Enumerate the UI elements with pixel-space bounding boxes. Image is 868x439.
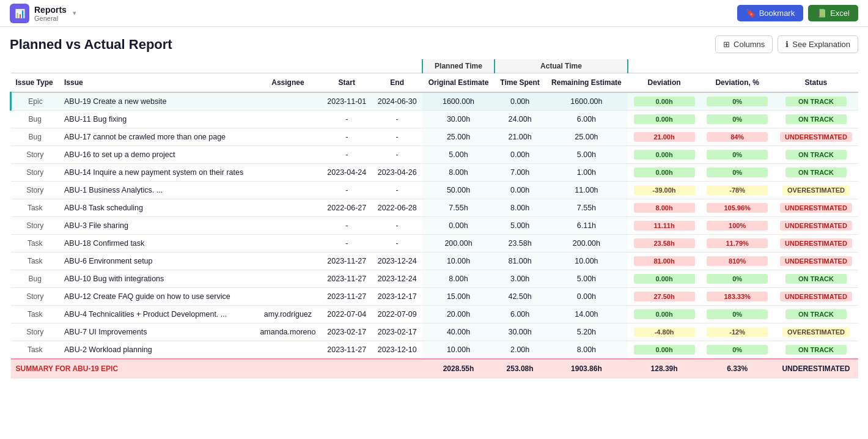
cell-time-spent: 0.00h [495, 182, 545, 199]
cell-time-spent: 6.00h [495, 306, 545, 323]
cell-start: 2023-11-27 [322, 341, 372, 360]
cell-time-spent: 2.00h [495, 341, 545, 360]
table-row: BugABU-11 Bug fixing--30.00h24.00h6.00h0… [11, 111, 859, 128]
col-original-estimate: Original Estimate [422, 73, 495, 93]
cell-start: 2022-06-27 [322, 199, 372, 217]
cell-deviation-pct: 0% [701, 306, 774, 323]
cell-remaining-estimate: 1.00h [545, 164, 628, 182]
empty-group-header [11, 59, 322, 73]
page-header: Planned vs Actual Report ⊞ Columns ℹ See… [0, 27, 868, 59]
columns-button[interactable]: ⊞ Columns [715, 35, 773, 53]
cell-assignee [254, 128, 322, 146]
col-remaining-estimate: Remaining Estimate [545, 73, 628, 93]
cell-deviation-pct: -12% [701, 323, 774, 341]
summary-original: 2028.55h [422, 359, 495, 378]
excel-label: Excel [830, 9, 850, 18]
breadcrumb: Reports General [34, 5, 67, 22]
cell-original-estimate: 50.00h [422, 182, 495, 199]
excel-button[interactable]: 📗 Excel [808, 5, 858, 21]
page-title: Planned vs Actual Report [10, 37, 172, 53]
actual-time-group: Actual Time [495, 59, 628, 73]
col-assignee: Assignee [254, 73, 322, 93]
cell-deviation-pct: 0% [701, 146, 774, 164]
summary-remaining: 1903.86h [545, 359, 628, 378]
columns-label: Columns [734, 40, 765, 49]
cell-time-spent: 24.00h [495, 111, 545, 128]
cell-issue: ABU-12 Create FAQ guide on how to use se… [59, 288, 254, 306]
breadcrumb-general: General [34, 15, 67, 22]
cell-issue: ABU-1 Business Analytics. ... [59, 182, 254, 199]
bookmark-icon: 🔖 [746, 9, 756, 18]
cell-status: ON TRACK [774, 111, 858, 128]
cell-issue-type: Task [11, 253, 60, 270]
col-issue-type: Issue Type [11, 73, 60, 93]
cell-assignee [254, 164, 322, 182]
cell-start: - [322, 128, 372, 146]
cell-original-estimate: 40.00h [422, 323, 495, 341]
cell-issue-type: Story [11, 217, 60, 235]
cell-remaining-estimate: 1600.00h [545, 92, 628, 111]
cell-assignee [254, 270, 322, 288]
cell-issue: ABU-11 Bug fixing [59, 111, 254, 128]
cell-deviation: -4.80h [628, 323, 701, 341]
cell-time-spent: 3.00h [495, 270, 545, 288]
cell-status: UNDERESTIMATED [774, 235, 858, 253]
cell-deviation: 0.00h [628, 111, 701, 128]
cell-end: 2023-12-24 [372, 270, 422, 288]
cell-deviation: 11.11h [628, 217, 701, 235]
cell-time-spent: 0.00h [495, 92, 545, 111]
cell-start: 2023-11-27 [322, 288, 372, 306]
cell-remaining-estimate: 8.00h [545, 341, 628, 360]
cell-deviation: -39.00h [628, 182, 701, 199]
cell-status: OVERESTIMATED [774, 323, 858, 341]
col-status: Status [774, 73, 858, 93]
cell-status: UNDERESTIMATED [774, 128, 858, 146]
cell-remaining-estimate: 14.00h [545, 306, 628, 323]
summary-row: SUMMARY FOR ABU-19 EPIC2028.55h253.08h19… [11, 359, 859, 378]
cell-deviation: 0.00h [628, 306, 701, 323]
group-header-row: Planned Time Actual Time [11, 59, 859, 73]
cell-end: 2024-06-30 [372, 92, 422, 111]
cell-deviation: 0.00h [628, 146, 701, 164]
cell-remaining-estimate: 0.00h [545, 288, 628, 306]
cell-original-estimate: 200.00h [422, 235, 495, 253]
report-table-wrapper: Planned Time Actual Time Issue Type Issu… [0, 59, 868, 388]
cell-issue-type: Task [11, 235, 60, 253]
cell-deviation: 0.00h [628, 164, 701, 182]
cell-deviation: 0.00h [628, 341, 701, 360]
col-header-row: Issue Type Issue Assignee Start End Orig… [11, 73, 859, 93]
cell-status: UNDERESTIMATED [774, 199, 858, 217]
cell-assignee [254, 111, 322, 128]
table-row: EpicABU-19 Create a new website2023-11-0… [11, 92, 859, 111]
table-row: TaskABU-8 Task scheduling2022-06-272022-… [11, 199, 859, 217]
cell-deviation: 0.00h [628, 270, 701, 288]
cell-end: 2023-12-24 [372, 253, 422, 270]
cell-issue: ABU-6 Environment setup [59, 253, 254, 270]
bookmark-button[interactable]: 🔖 Bookmark [737, 5, 804, 21]
cell-remaining-estimate: 25.00h [545, 128, 628, 146]
bookmark-label: Bookmark [759, 9, 795, 18]
table-body: EpicABU-19 Create a new website2023-11-0… [11, 92, 859, 378]
header-actions: ⊞ Columns ℹ See Explanation [715, 35, 858, 53]
see-explanation-label: See Explanation [792, 40, 850, 49]
cell-assignee [254, 182, 322, 199]
cell-start: 2023-04-24 [322, 164, 372, 182]
cell-assignee [254, 146, 322, 164]
cell-issue-type: Story [11, 164, 60, 182]
cell-start: 2023-11-01 [322, 92, 372, 111]
cell-remaining-estimate: 5.20h [545, 323, 628, 341]
breadcrumb-reports[interactable]: Reports [34, 5, 67, 15]
see-explanation-button[interactable]: ℹ See Explanation [778, 35, 858, 53]
cell-start: 2022-07-04 [322, 306, 372, 323]
cell-remaining-estimate: 10.00h [545, 253, 628, 270]
cell-issue-type: Story [11, 146, 60, 164]
cell-deviation: 23.58h [628, 235, 701, 253]
col-issue: Issue [59, 73, 254, 93]
table-row: StoryABU-7 UI Improvementsamanda.moreno2… [11, 323, 859, 341]
cell-original-estimate: 10.00h [422, 253, 495, 270]
col-end: End [372, 73, 422, 93]
cell-assignee [254, 217, 322, 235]
cell-status: ON TRACK [774, 92, 858, 111]
cell-issue: ABU-16 to set up a demo project [59, 146, 254, 164]
cell-deviation: 27.50h [628, 288, 701, 306]
